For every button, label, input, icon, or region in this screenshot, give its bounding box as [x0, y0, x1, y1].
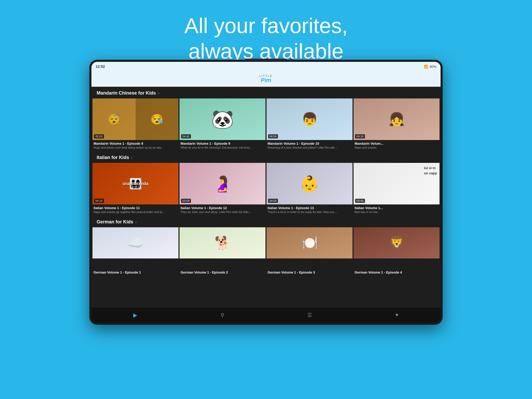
video-info-italian-11: Italian Volume 1 - Episode 11 Naps and s… [92, 204, 178, 215]
thumb-german-4: 🦁 [354, 227, 440, 269]
bottom-nav: ▶ ⚲ ☰ ♥ [91, 307, 441, 323]
thumb-mandarin-8: 😴 😪 05:03 [92, 98, 178, 140]
play-icon: ▶ [133, 312, 137, 318]
duration-italian-11: 04:10 [94, 199, 104, 203]
video-title-mandarin-8: Mandarin Volume 1 - Episode 8 [94, 142, 177, 145]
duration-mandarin-9: 04:42 [181, 134, 191, 138]
video-title-italian-14: Italian Volume 1... [355, 206, 438, 210]
video-info-italian-12: Italian Volume 1 - Episode 12 They sit, … [179, 204, 265, 215]
video-info-german-2: German Volume 1 - Episode 2 [179, 269, 265, 275]
logo-pim: Pim [261, 77, 271, 83]
thumb-italian-12: 🤰 03:58 [179, 163, 265, 204]
chevron-right-icon-italian: › [131, 155, 132, 160]
section-title-german: German for Kids [97, 219, 133, 225]
video-info-german-3: German Volume 1 - Episode 3 [267, 269, 353, 275]
content-area: Mandarin Chinese for Kids › 😴 😪 [91, 87, 441, 307]
app-bar: LITTLE Pim [91, 71, 441, 87]
nav-search[interactable]: ⚲ [179, 312, 266, 318]
thumb-mandarin-10: 👦 04:54 [267, 98, 353, 140]
video-desc-italian-13: There's a lot to in order to be ready fo… [268, 210, 351, 214]
duration-italian-12: 03:58 [181, 199, 191, 203]
hero-section: All your favorites, always available [0, 0, 532, 64]
video-info-italian-14: Italian Volume 1... Bed hair or no hai..… [354, 204, 440, 215]
nav-home[interactable]: ▶ [91, 312, 179, 318]
video-title-german-4: German Volume 1 - Episode 4 [355, 270, 438, 274]
duration-mandarin-11: 04:10 [355, 134, 365, 138]
video-info-italian-13: Italian Volume 1 - Episode 13 There's a … [267, 204, 353, 215]
status-time: 12:52 [96, 64, 105, 69]
wifi-icon: 📶 [424, 65, 428, 69]
section-title-mandarin: Mandarin Chinese for Kids [97, 90, 156, 96]
section-header-mandarin[interactable]: Mandarin Chinese for Kids › [91, 87, 441, 98]
video-info-german-4: German Volume 1 - Episode 4 [354, 269, 440, 275]
hero-line1: All your favorites, [184, 14, 348, 37]
video-card-italian-12[interactable]: 🤰 03:58 Italian Volume 1 - Episode 12 Th… [179, 163, 265, 215]
heart-icon: ♥ [395, 312, 398, 318]
video-title-mandarin-11: Mandarin Volum... [355, 142, 438, 145]
chevron-right-icon-german: › [135, 220, 137, 224]
video-card-mandarin-9[interactable]: 🐼 04:42 Mandarin Volume 1 - Episode 9 Wh… [179, 98, 265, 150]
video-title-italian-12: Italian Volume 1 - Episode 12 [181, 206, 264, 210]
tablet-screen: 12:52 📶 90% LITTLE Pim Mandarin Chinese … [91, 62, 441, 323]
thumb-italian-13: 👶 04:54 [267, 163, 353, 204]
thumb-mandarin-11: 👧 04:10 [354, 98, 440, 140]
search-icon: ⚲ [221, 312, 224, 318]
video-desc-italian-11: Naps and snacks go together like peanut-… [94, 210, 177, 214]
chevron-right-icon: › [158, 91, 159, 96]
video-card-italian-13[interactable]: 👶 04:54 Italian Volume 1 - Episode 13 Th… [267, 163, 353, 215]
video-row-italian: 👨‍👩‍👧‍👦 una merenda 04:10 Italian Volume… [91, 163, 441, 215]
video-info-mandarin-10: Mandarin Volume 1 - Episode 10 Dreaming … [267, 140, 353, 150]
video-title-mandarin-10: Mandarin Volume 1 - Episode 10 [268, 142, 351, 145]
video-row-german: ☁️ German Volume 1 - Episode 1 🐕 German … [91, 227, 441, 275]
video-desc-mandarin-9: What do you do in the morning? Get dress… [181, 146, 264, 149]
thumb-italian-14: lui si mun capp 04:46 [354, 163, 440, 204]
video-info-mandarin-8: Mandarin Volume 1 - Episode 8 Hugs and k… [92, 140, 178, 150]
status-bar: 12:52 📶 90% [91, 62, 441, 71]
thumb-german-3: 🍽️ [267, 227, 353, 269]
video-info-mandarin-9: Mandarin Volume 1 - Episode 9 What do yo… [179, 140, 265, 150]
battery-percent: 90% [430, 65, 436, 69]
video-card-mandarin-11[interactable]: 👧 04:10 Mandarin Volum... Naps and snack… [354, 98, 440, 150]
status-icons: 📶 90% [424, 65, 436, 69]
video-title-german-3: German Volume 1 - Episode 3 [268, 270, 351, 274]
video-title-german-1: German Volume 1 - Episode 1 [94, 270, 177, 274]
section-title-italian: Italian for Kids [97, 155, 129, 160]
video-card-italian-14[interactable]: lui si mun capp 04:46 Italian Volume 1..… [354, 163, 440, 215]
video-card-german-1[interactable]: ☁️ German Volume 1 - Episode 1 [92, 227, 178, 275]
video-card-italian-11[interactable]: 👨‍👩‍👧‍👦 una merenda 04:10 Italian Volume… [92, 163, 178, 215]
app-logo: LITTLE Pim [260, 75, 273, 83]
video-desc-mandarin-11: Naps and snacks [355, 146, 438, 149]
video-desc-italian-14: Bed hair or no hai... [355, 210, 438, 214]
video-title-italian-13: Italian Volume 1 - Episode 13 [268, 206, 351, 210]
tablet-device: 12:52 📶 90% LITTLE Pim Mandarin Chinese … [89, 60, 443, 325]
section-mandarin: Mandarin Chinese for Kids › 😴 😪 [91, 87, 441, 150]
video-desc-italian-12: They sit, bark, purr and sleep. Little P… [181, 210, 264, 214]
video-card-german-4[interactable]: 🦁 German Volume 1 - Episode 4 [354, 227, 440, 275]
duration-mandarin-10: 04:54 [268, 134, 278, 138]
video-row-mandarin: 😴 😪 05:03 Mandarin Volume 1 - Episode 8 … [91, 98, 441, 150]
video-title-mandarin-9: Mandarin Volume 1 - Episode 9 [181, 142, 264, 145]
video-card-mandarin-10[interactable]: 👦 04:54 Mandarin Volume 1 - Episode 10 D… [267, 98, 353, 150]
section-header-italian[interactable]: Italian for Kids › [91, 151, 441, 163]
nav-favorites[interactable]: ♥ [353, 312, 441, 318]
thumb-german-2: 🐕 [179, 227, 265, 269]
thumb-italian-11: 👨‍👩‍👧‍👦 una merenda 04:10 [92, 163, 178, 204]
video-card-mandarin-8[interactable]: 😴 😪 05:03 Mandarin Volume 1 - Episode 8 … [92, 98, 178, 150]
section-german: German for Kids › ☁️ German Volume 1 - E… [91, 216, 441, 275]
duration-mandarin-8: 05:03 [94, 134, 104, 138]
thumb-mandarin-9: 🐼 04:42 [179, 98, 265, 140]
video-card-german-2[interactable]: 🐕 German Volume 1 - Episode 2 [179, 227, 265, 275]
video-card-german-3[interactable]: 🍽️ German Volume 1 - Episode 3 [267, 227, 353, 275]
section-italian: Italian for Kids › 👨‍👩‍👧‍👦 una merenda 0… [91, 151, 441, 215]
thumb-german-1: ☁️ [92, 227, 178, 269]
video-info-german-1: German Volume 1 - Episode 1 [92, 269, 178, 275]
video-title-german-2: German Volume 1 - Episode 2 [181, 270, 264, 274]
section-header-german[interactable]: German for Kids › [91, 216, 441, 227]
nav-menu[interactable]: ☰ [266, 312, 353, 318]
video-info-mandarin-11: Mandarin Volum... Naps and snacks [354, 140, 440, 150]
duration-italian-13: 04:54 [268, 199, 278, 203]
duration-italian-14: 04:46 [355, 199, 365, 203]
video-title-italian-11: Italian Volume 1 - Episode 11 [94, 206, 177, 210]
video-desc-mandarin-8: Hugs and kisses sure beat being woken up… [94, 146, 177, 149]
menu-icon: ☰ [307, 312, 312, 318]
